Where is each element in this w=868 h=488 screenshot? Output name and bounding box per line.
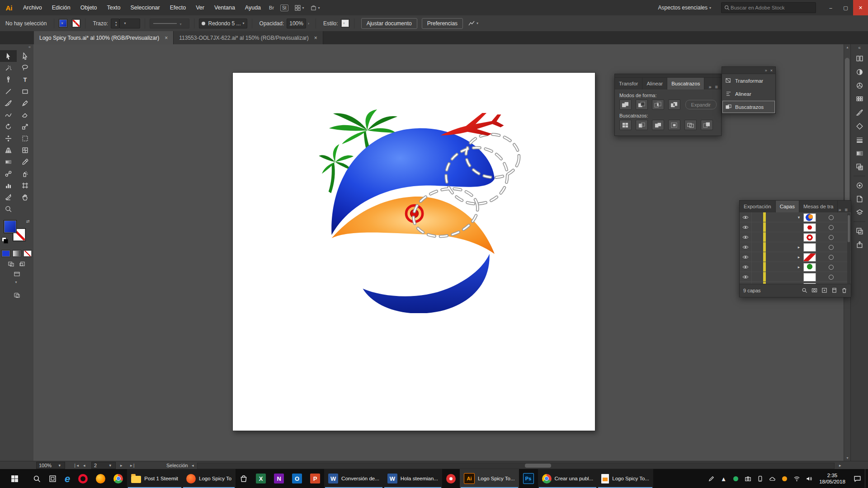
stroke-width-dropdown[interactable]	[119, 19, 140, 28]
preferences-button[interactable]: Preferencias	[422, 18, 463, 29]
layer-target-circle[interactable]	[829, 235, 834, 240]
merge-icon[interactable]	[652, 120, 664, 130]
opacity-field[interactable]: 100%	[287, 19, 306, 28]
layer-target-circle[interactable]	[829, 225, 834, 230]
menu-item[interactable]: Ventana	[209, 0, 240, 15]
last-artboard-button[interactable]: ▸❘	[128, 461, 137, 469]
tray-app-green-icon[interactable]	[730, 469, 742, 488]
layer-row[interactable]: ▾	[740, 212, 851, 222]
tab-mesas-de-trabajo[interactable]: Mesas de tra	[799, 201, 838, 212]
menu-item[interactable]: Objeto	[75, 0, 102, 15]
perspective-grid-tool[interactable]	[0, 144, 17, 156]
menu-item[interactable]: Ver	[191, 0, 209, 15]
panel-drag-grip[interactable]	[615, 74, 721, 78]
swap-fill-stroke-icon[interactable]: ⇄	[26, 219, 30, 224]
zoom-tool[interactable]	[0, 203, 17, 215]
adobe-stock-search-input[interactable]	[730, 5, 804, 11]
phone-tray-icon[interactable]	[754, 469, 766, 488]
visibility-eye-icon[interactable]	[740, 272, 752, 282]
layer-expander[interactable]: ▸	[796, 252, 802, 262]
tab-buscatrazos[interactable]: Buscatrazos	[667, 78, 704, 89]
firefox-taskbar-icon[interactable]	[92, 469, 109, 488]
minus-front-icon[interactable]	[636, 99, 648, 110]
panel-collapse-icon[interactable]: »	[708, 84, 711, 89]
layer-thumbnail[interactable]	[803, 233, 816, 242]
layer-thumbnail[interactable]	[803, 223, 816, 232]
collapsed-panel-icon[interactable]	[14, 292, 20, 298]
gradient-icon[interactable]	[854, 148, 865, 159]
flyout-collapse-icon[interactable]: »	[765, 68, 767, 73]
chrome-window-button[interactable]: Crear una publ...	[538, 469, 598, 488]
asset-export-icon[interactable]	[854, 239, 865, 250]
window-close-button[interactable]: ✕	[853, 0, 868, 15]
eyedropper-tool[interactable]	[17, 156, 33, 168]
style-swatch[interactable]	[341, 19, 349, 28]
explorer-window-button[interactable]: Post 1 Steemit	[127, 469, 182, 488]
edge-taskbar-icon[interactable]: e	[61, 469, 74, 488]
layer-expander[interactable]	[796, 282, 802, 284]
artboards-icon[interactable]	[854, 225, 865, 236]
window-maximize-button[interactable]: ▢	[838, 0, 853, 15]
stroke-color-swatch[interactable]	[72, 19, 80, 28]
visibility-eye-icon[interactable]	[740, 262, 752, 272]
color-icon[interactable]	[854, 66, 865, 77]
pen-tool[interactable]	[0, 74, 17, 85]
mesh-tool[interactable]	[17, 144, 33, 156]
scroll-up-icon[interactable]: ▴	[844, 45, 851, 49]
horizontal-scroll-thumb[interactable]	[525, 464, 551, 468]
window-minimize-button[interactable]: –	[823, 0, 838, 15]
type-tool[interactable]: T	[17, 74, 33, 85]
visibility-eye-icon[interactable]	[740, 232, 752, 242]
excel-taskbar-icon[interactable]: X	[252, 469, 270, 488]
illustrator-logo[interactable]: Ai	[0, 0, 18, 15]
brush-dropdown[interactable]: Redondo 5 ...	[199, 19, 247, 28]
artboard-tool[interactable]	[17, 179, 33, 191]
width-tool[interactable]	[0, 132, 17, 144]
flyout-item-alinear[interactable]: Alinear	[722, 87, 775, 100]
action-center-icon[interactable]	[849, 469, 865, 488]
layer-target-circle[interactable]	[829, 215, 834, 220]
rotate-tool[interactable]	[0, 121, 17, 132]
image-window-button[interactable]: Logo Spicy To...	[597, 469, 653, 488]
locate-object-icon[interactable]	[802, 287, 807, 293]
stroke-width-field[interactable]: ▴▾	[111, 19, 120, 28]
scale-tool[interactable]	[17, 121, 33, 132]
bridge-icon[interactable]: Br	[269, 5, 274, 10]
powerpoint-taskbar-icon[interactable]: P	[306, 469, 324, 488]
draw-normal-icon[interactable]	[8, 261, 14, 267]
layer-expander[interactable]: ▸	[796, 262, 802, 272]
opera-taskbar-icon[interactable]	[74, 469, 92, 488]
appearance-icon[interactable]	[854, 180, 865, 191]
scroll-right-icon[interactable]: ▸	[837, 461, 843, 469]
visibility-eye-icon[interactable]	[740, 242, 752, 252]
brave-window-button[interactable]: Logo Spicy To	[182, 469, 236, 488]
share-icon[interactable]	[311, 5, 320, 11]
menu-item[interactable]: Efecto	[165, 0, 191, 15]
column-graph-tool[interactable]	[0, 179, 17, 191]
layer-row[interactable]	[740, 232, 851, 242]
shaper-tool[interactable]	[0, 109, 17, 121]
draw-behind-icon[interactable]	[19, 261, 26, 267]
layers-icon[interactable]	[854, 207, 865, 218]
panel-collapse-icon[interactable]: »	[838, 207, 841, 212]
tray-app-orange-icon[interactable]	[778, 469, 791, 488]
swatches-icon[interactable]	[854, 94, 865, 104]
gradient-tool[interactable]	[0, 156, 17, 168]
next-artboard-button[interactable]: ▸	[118, 461, 124, 469]
new-sublayer-icon[interactable]	[821, 287, 827, 293]
intersect-icon[interactable]	[652, 99, 664, 110]
layer-target-circle[interactable]	[829, 245, 834, 250]
visibility-eye-icon[interactable]	[740, 252, 752, 262]
cloud-tray-icon[interactable]	[766, 469, 778, 488]
delete-layer-icon[interactable]	[841, 287, 847, 293]
flyout-item-buscatrazos[interactable]: Buscatrazos	[722, 100, 775, 113]
pencil-tool[interactable]	[17, 97, 33, 109]
symbol-sprayer-tool[interactable]	[17, 168, 33, 179]
default-fill-stroke-icon[interactable]	[2, 237, 8, 243]
layer-expander[interactable]	[796, 272, 802, 282]
tab-capas[interactable]: Capas	[776, 201, 799, 212]
previous-artboard-button[interactable]: ◂	[81, 461, 87, 469]
scroll-down-icon[interactable]: ▾	[844, 456, 851, 460]
media-app-taskbar-icon[interactable]	[442, 469, 460, 488]
horizontal-scrollbar[interactable]	[197, 463, 835, 469]
